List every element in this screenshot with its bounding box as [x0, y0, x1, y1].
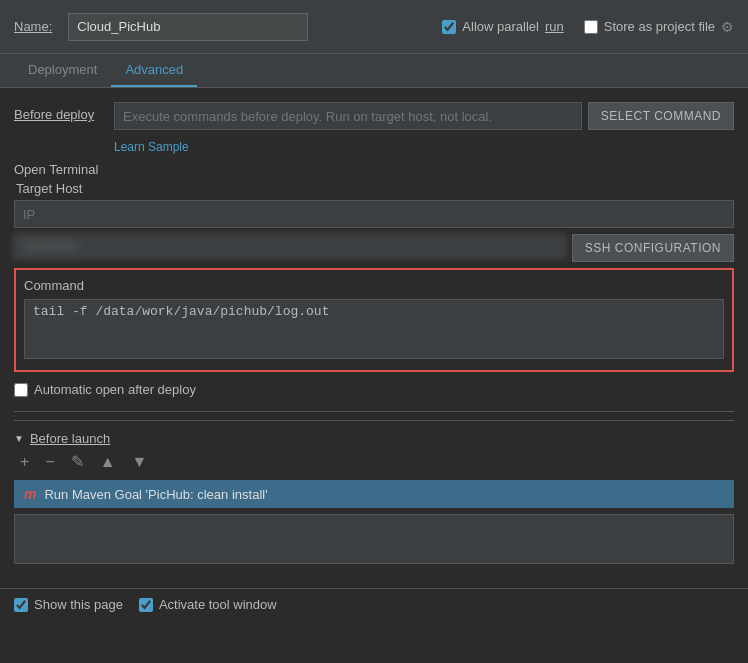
top-right-controls: Allow parallel run Store as project file…	[442, 19, 734, 35]
learn-sample-link[interactable]: Learn Sample	[114, 140, 734, 154]
remove-button[interactable]: −	[41, 452, 58, 472]
tab-deployment[interactable]: Deployment	[14, 54, 111, 87]
move-down-button[interactable]: ▼	[128, 452, 152, 472]
activate-tool-text: Activate tool window	[159, 597, 277, 612]
allow-parallel-checkbox[interactable]	[442, 20, 456, 34]
show-page-checkbox[interactable]	[14, 598, 28, 612]
ssh-row: •••••••••••• SSH CONFIGURATION	[14, 234, 734, 262]
ssh-configuration-button[interactable]: SSH CONFIGURATION	[572, 234, 734, 262]
before-launch-label: Before launch	[30, 431, 110, 446]
maven-icon: m	[24, 486, 36, 502]
before-deploy-row: Before deploy SELECT COMMAND	[14, 102, 734, 130]
open-terminal-label: Open Terminal	[14, 162, 734, 177]
command-section: Command tail -f /data/work/java/pichub/l…	[14, 268, 734, 372]
store-project-text: Store as project file	[604, 19, 715, 34]
target-host-section: Target Host	[14, 181, 734, 228]
main-content: Before deploy SELECT COMMAND Learn Sampl…	[0, 88, 748, 584]
divider	[14, 411, 734, 412]
before-deploy-input[interactable]	[114, 102, 582, 130]
command-label: Command	[24, 278, 724, 293]
target-host-label: Target Host	[16, 181, 734, 196]
before-launch-header: ▼ Before launch	[14, 420, 734, 446]
ip-input[interactable]	[14, 200, 734, 228]
name-input[interactable]	[68, 13, 308, 41]
before-launch-empty-area	[14, 514, 734, 564]
gear-icon[interactable]: ⚙	[721, 19, 734, 35]
allow-parallel-label[interactable]: Allow parallel run	[442, 19, 563, 34]
store-project-checkbox[interactable]	[584, 20, 598, 34]
run-text: run	[545, 19, 564, 34]
auto-open-row: Automatic open after deploy	[14, 382, 734, 397]
edit-button[interactable]: ✎	[67, 452, 88, 472]
tabs-bar: Deployment Advanced	[0, 54, 748, 88]
name-label: Name:	[14, 19, 52, 34]
command-textarea[interactable]: tail -f /data/work/java/pichub/log.out	[24, 299, 724, 359]
move-up-button[interactable]: ▲	[96, 452, 120, 472]
bottom-bar: Show this page Activate tool window	[0, 588, 748, 620]
show-page-label[interactable]: Show this page	[14, 597, 123, 612]
add-button[interactable]: +	[16, 452, 33, 472]
before-deploy-label: Before deploy	[14, 102, 114, 122]
show-page-text: Show this page	[34, 597, 123, 612]
blurred-host-field: ••••••••••••	[14, 234, 566, 259]
triangle-icon: ▼	[14, 433, 24, 444]
auto-open-checkbox[interactable]	[14, 383, 28, 397]
store-project-label[interactable]: Store as project file ⚙	[584, 19, 734, 35]
top-bar: Name: Allow parallel run Store as projec…	[0, 0, 748, 54]
toolbar-icons: + − ✎ ▲ ▼	[16, 452, 734, 472]
select-command-button[interactable]: SELECT COMMAND	[588, 102, 734, 130]
auto-open-label: Automatic open after deploy	[34, 382, 196, 397]
allow-parallel-text: Allow parallel	[462, 19, 539, 34]
tab-advanced[interactable]: Advanced	[111, 54, 197, 87]
activate-tool-checkbox[interactable]	[139, 598, 153, 612]
activate-tool-label[interactable]: Activate tool window	[139, 597, 277, 612]
maven-goal-row[interactable]: m Run Maven Goal 'PicHub: clean install'	[14, 480, 734, 508]
maven-goal-text: Run Maven Goal 'PicHub: clean install'	[44, 487, 267, 502]
